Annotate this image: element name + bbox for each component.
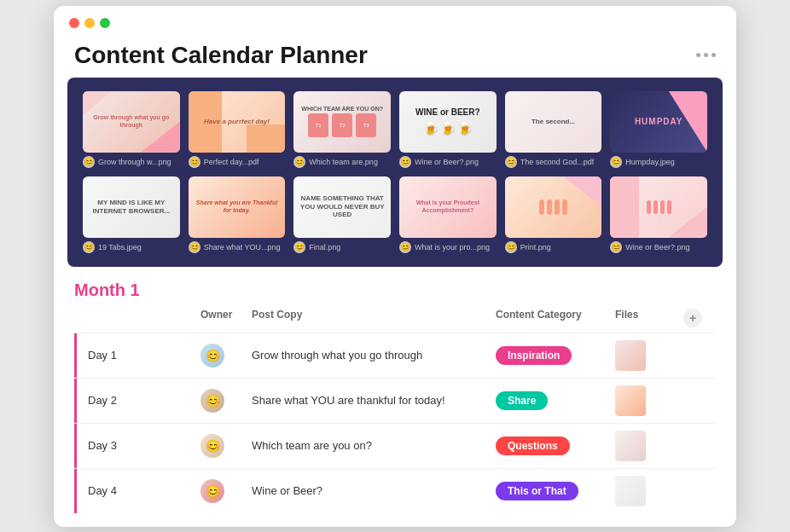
gallery-caption: 😊Share what YOU...png xyxy=(189,241,286,253)
gallery-filename: Wine or Beer?.png xyxy=(625,243,689,252)
owner-avatar: 😊 xyxy=(200,479,224,503)
gallery-thumb[interactable]: What is your Proudest Accomplishment? xyxy=(399,176,497,238)
gallery-thumb[interactable]: WHICH TEAM ARE YOU ON? T1 T2 T3 xyxy=(293,91,391,153)
content-category-badge[interactable]: Share xyxy=(496,391,615,410)
day-label: Day 4 xyxy=(81,484,200,497)
avatar: 😊 xyxy=(189,241,200,253)
gallery-item[interactable]: The second...😊The second God...pdf xyxy=(505,91,602,168)
gallery-thumb[interactable]: Have a purrfect day! xyxy=(189,91,286,153)
post-copy: Which team are you on? xyxy=(252,439,496,452)
table-header: Owner Post Copy Content Category Files + xyxy=(74,309,716,332)
gallery-filename: Perfect day...pdf xyxy=(204,158,259,166)
col-owner: Owner xyxy=(200,309,252,327)
gallery-filename: Humpday.jpeg xyxy=(625,158,674,166)
gallery-caption: 😊Which team are.png xyxy=(293,156,391,168)
gallery-filename: Print.png xyxy=(520,243,551,252)
table-row[interactable]: Day 4😊Wine or Beer?This or That xyxy=(74,468,716,513)
gallery-item[interactable]: HUMPDAY😊Humpday.jpeg xyxy=(610,91,707,168)
gallery-item[interactable]: What is your Proudest Accomplishment?😊Wh… xyxy=(399,176,497,253)
avatar: 😊 xyxy=(83,156,95,168)
file-thumbnail[interactable] xyxy=(615,476,646,506)
gallery-thumb[interactable]: WINE or BEER?🍺🍺🍺 xyxy=(399,91,497,153)
day-label: Day 1 xyxy=(81,349,200,361)
content-category-badge[interactable]: Questions xyxy=(496,437,615,455)
post-copy: Wine or Beer? xyxy=(252,484,496,497)
gallery-caption: 😊Wine or Beer?.png xyxy=(399,156,497,168)
avatar: 😊 xyxy=(83,241,95,253)
gallery-item[interactable]: 😊Wine or Beer?.png xyxy=(610,176,707,253)
gallery-filename: Final.png xyxy=(309,243,340,252)
gallery-item[interactable]: Have a purrfect day!😊Perfect day...pdf xyxy=(189,91,286,168)
col-day xyxy=(81,309,200,327)
table-container: Owner Post Copy Content Category Files +… xyxy=(74,309,716,513)
file-thumbnail[interactable] xyxy=(615,431,646,461)
day-label: Day 2 xyxy=(81,394,200,407)
avatar: 😊 xyxy=(293,241,305,253)
gallery-thumb[interactable]: The second... xyxy=(505,91,602,153)
month-label: Month 1 xyxy=(74,280,716,300)
main-window: Content Calendar Planner Grow through wh… xyxy=(54,6,736,527)
content-category-badge[interactable]: Inspiration xyxy=(496,346,615,365)
day-label: Day 3 xyxy=(81,439,200,452)
gallery-item[interactable]: Grow through what you go through😊Grow th… xyxy=(83,91,180,168)
gallery-filename: Share what YOU...png xyxy=(204,243,281,252)
day-indicator xyxy=(74,469,77,513)
content-category-badge[interactable]: This or That xyxy=(496,482,615,500)
gallery-item[interactable]: MY MIND IS LIKE MY INTERNET BROWSER...😊1… xyxy=(83,176,180,253)
col-files: Files xyxy=(615,309,683,327)
maximize-button[interactable] xyxy=(100,18,110,28)
gallery-item[interactable]: Share what you are Thankful for today.😊S… xyxy=(189,176,286,253)
titlebar xyxy=(54,6,736,28)
gallery-thumb[interactable]: HUMPDAY xyxy=(610,91,707,153)
gallery-item[interactable]: WINE or BEER?🍺🍺🍺😊Wine or Beer?.png xyxy=(399,91,497,168)
gallery-caption: 😊19 Tabs.jpeg xyxy=(83,241,180,253)
gallery-caption: 😊Grow through w...png xyxy=(83,156,180,168)
gallery-filename: Wine or Beer?.png xyxy=(415,158,479,166)
gallery-thumb[interactable] xyxy=(505,176,602,238)
table-section: Month 1 Owner Post Copy Content Category… xyxy=(54,267,736,527)
gallery-thumb[interactable]: Share what you are Thankful for today. xyxy=(189,176,286,238)
avatar: 😊 xyxy=(505,156,517,168)
gallery-caption: 😊Perfect day...pdf xyxy=(189,156,286,168)
avatar: 😊 xyxy=(189,156,200,168)
gallery-caption: 😊Print.png xyxy=(505,241,602,253)
close-button[interactable] xyxy=(69,18,79,28)
minimize-button[interactable] xyxy=(84,18,95,28)
gallery-item[interactable]: WHICH TEAM ARE YOU ON? T1 T2 T3 😊Which t… xyxy=(293,91,391,168)
avatar: 😊 xyxy=(610,156,622,168)
col-add[interactable]: + xyxy=(683,309,709,327)
dot2 xyxy=(704,53,708,57)
owner-avatar: 😊 xyxy=(200,389,224,413)
header: Content Calendar Planner xyxy=(54,28,736,78)
gallery-item[interactable]: NAME SOMETHING THAT YOU WOULD NEVER BUY … xyxy=(293,176,391,253)
col-copy: Post Copy xyxy=(252,309,496,327)
table-row[interactable]: Day 3😊Which team are you on?Questions xyxy=(74,423,716,468)
table-row[interactable]: Day 1😊Grow through what you go throughIn… xyxy=(74,332,716,378)
gallery-caption: 😊Humpday.jpeg xyxy=(610,156,707,168)
add-column-button[interactable]: + xyxy=(683,309,702,327)
gallery-caption: 😊Final.png xyxy=(293,241,391,253)
gallery-row-1: Grow through what you go through😊Grow th… xyxy=(83,91,707,168)
table-row[interactable]: Day 2😊Share what YOU are thankful for to… xyxy=(74,378,716,423)
gallery-thumb[interactable]: MY MIND IS LIKE MY INTERNET BROWSER... xyxy=(83,176,180,238)
avatar: 😊 xyxy=(399,241,411,253)
file-thumbnail[interactable] xyxy=(615,340,646,371)
traffic-lights xyxy=(69,18,110,28)
avatar: 😊 xyxy=(293,156,305,168)
day-indicator xyxy=(74,424,77,468)
gallery-thumb[interactable]: Grow through what you go through xyxy=(83,91,180,153)
avatar: 😊 xyxy=(505,241,517,253)
file-thumbnail[interactable] xyxy=(615,385,646,416)
post-copy: Share what YOU are thankful for today! xyxy=(252,394,496,407)
more-options-button[interactable] xyxy=(696,53,716,57)
gallery-section: Grow through what you go through😊Grow th… xyxy=(67,78,723,267)
gallery-caption: 😊Wine or Beer?.png xyxy=(610,241,707,253)
gallery-item[interactable]: 😊Print.png xyxy=(505,176,602,253)
gallery-thumb[interactable] xyxy=(610,176,707,238)
gallery-thumb[interactable]: NAME SOMETHING THAT YOU WOULD NEVER BUY … xyxy=(293,176,391,238)
table-rows: Day 1😊Grow through what you go throughIn… xyxy=(74,332,716,513)
dot1 xyxy=(696,53,700,57)
owner-avatar: 😊 xyxy=(200,344,224,367)
gallery-caption: 😊The second God...pdf xyxy=(505,156,602,168)
gallery-filename: What is your pro...png xyxy=(415,243,490,252)
